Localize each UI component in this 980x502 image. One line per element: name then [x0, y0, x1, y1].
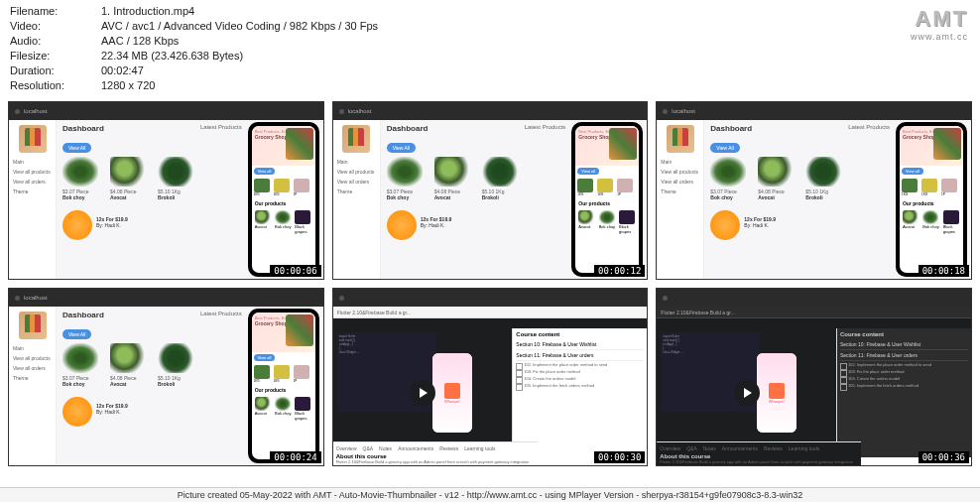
- sidebar-item-orders[interactable]: View all orders: [12, 363, 53, 373]
- section-header[interactable]: Section 10: Firebase & User Wishlist: [840, 339, 968, 350]
- sidebar-item-theme[interactable]: Theme: [12, 373, 53, 383]
- sidebar-item-main[interactable]: Main: [336, 157, 377, 167]
- avocado-icon: [903, 210, 919, 224]
- product-card[interactable]: $5.10 1KgBrokoli: [158, 157, 197, 200]
- video-player[interactable]: import fluttervoid main() { runApp(...)}…: [657, 328, 836, 457]
- udemy-header: [333, 318, 648, 328]
- lesson-item[interactable]: 104. Create the orders model: [840, 375, 968, 382]
- sidebar-item-theme[interactable]: Theme: [336, 187, 377, 196]
- view-all-button[interactable]: View All: [62, 143, 91, 153]
- product-card[interactable]: $5.10 1KgBrokoli: [482, 157, 522, 200]
- sidebar-item-orders[interactable]: View all orders: [336, 177, 377, 187]
- product-card[interactable]: $4.08 PieceAvocat: [434, 157, 474, 200]
- sidebar-item-main[interactable]: Main: [12, 343, 53, 353]
- section-header[interactable]: Section 10: Firebase & User Wishlist: [516, 339, 644, 350]
- sidebar-title: Course content: [516, 331, 644, 337]
- broccoli-icon: [158, 343, 193, 373]
- product-card[interactable]: $3.07 PieceBok choy: [710, 157, 750, 200]
- phone-viewall-button[interactable]: View all: [254, 168, 276, 175]
- browser-chrome: [333, 289, 648, 307]
- grapes-icon: [943, 210, 959, 224]
- phone-viewall-button[interactable]: View all: [254, 354, 276, 361]
- latest-products-label: Latest Products: [848, 124, 890, 130]
- section-header[interactable]: Section 11: Firebase & User orders: [516, 350, 644, 361]
- sidebar-title: Course content: [840, 331, 968, 337]
- veg-icon: [254, 365, 270, 379]
- grapes-icon: [295, 397, 310, 411]
- resolution-label: Resolution:: [10, 78, 101, 93]
- sidebar-item-theme[interactable]: Theme: [12, 187, 53, 196]
- tab-overview[interactable]: Overview: [336, 445, 357, 451]
- view-all-button[interactable]: View All: [387, 143, 416, 153]
- product-card[interactable]: $4.08 PieceAvocat: [758, 157, 797, 200]
- phone-hero: Best Products, Easy HandsGrocery Shoppin…: [900, 126, 963, 166]
- lesson-item[interactable]: 105. Implement the fetch orders method: [840, 382, 968, 389]
- sidebar-item-products[interactable]: View all products: [12, 167, 53, 177]
- sidebar: Main View all products View all orders T…: [657, 120, 704, 280]
- bokchoy-icon: [275, 397, 291, 411]
- phone-viewall-button[interactable]: View all: [902, 168, 923, 175]
- broccoli-icon: [805, 157, 841, 187]
- phone-section-title: Our products: [252, 198, 315, 208]
- sidebar-item-products[interactable]: View all products: [336, 167, 377, 177]
- timestamp: 00:00:18: [919, 265, 969, 277]
- grocery-bag-icon: [286, 314, 313, 346]
- sidebar-item-orders[interactable]: View all orders: [660, 177, 700, 187]
- about-desc: Flutter 2.10&Firebase Build a grocery ap…: [336, 459, 535, 464]
- course-footer: OverviewQ&ANotesAnnouncementsReviewsLear…: [333, 441, 538, 466]
- product-card[interactable]: $3.07 PieceBok choy: [62, 157, 102, 200]
- phone-mockup: Best Products, Easy HandsGrocery Shoppin…: [571, 122, 643, 277]
- lesson-item[interactable]: 105. Implement the fetch orders method: [516, 382, 644, 389]
- thumbnail-3: localhost Main View all products View al…: [656, 101, 972, 280]
- sidebar-item-products[interactable]: View all products: [660, 167, 700, 177]
- phone-section-title: Our products: [252, 385, 315, 395]
- browser-tabs: Flutter 2.10&Firebase Build a gr...: [657, 307, 971, 318]
- play-button[interactable]: [410, 380, 435, 406]
- product-card[interactable]: $3.07 PieceBok choy: [387, 157, 427, 200]
- video-player[interactable]: import fluttervoid main() { runApp(...)}…: [333, 328, 513, 457]
- thumbnail-6: Flutter 2.10&Firebase Build a gr... impo…: [656, 288, 972, 466]
- resolution-value: 1280 x 720: [101, 78, 155, 93]
- filename-value: 1. Introduction.mp4: [101, 4, 194, 19]
- phone-section-title: Our products: [900, 198, 963, 208]
- phone-hero: Best Products, Easy HandsGrocery Shoppin…: [575, 126, 639, 166]
- phone-preview: Whoops!: [432, 353, 472, 433]
- sidebar-item-orders[interactable]: View all orders: [12, 177, 53, 187]
- watermark-logo: AMT: [911, 6, 968, 32]
- view-all-button[interactable]: View All: [62, 329, 91, 339]
- phone-viewall-button[interactable]: View all: [577, 168, 599, 175]
- grocery-logo-icon: [667, 125, 694, 153]
- product-card[interactable]: $3.07 PieceBok choy: [62, 343, 102, 387]
- phone-mockup: Best Products, Easy HandsGrocery Shoppin…: [248, 122, 319, 277]
- browser-chrome: [657, 289, 971, 307]
- browser-chrome: localhost: [9, 289, 323, 307]
- sidebar-item-theme[interactable]: Theme: [660, 187, 700, 196]
- play-icon: [420, 388, 428, 398]
- phone-section-title: Our products: [575, 198, 639, 208]
- lesson-item[interactable]: 102. Implement the place order method to…: [840, 361, 968, 368]
- lesson-item[interactable]: 102. Implement the place order method to…: [516, 361, 644, 368]
- avocado-icon: [578, 210, 594, 224]
- watermark-url: www.amt.cc: [911, 32, 968, 42]
- sidebar-item-main[interactable]: Main: [660, 157, 700, 167]
- filename-label: Filename:: [10, 4, 101, 19]
- tab-overview[interactable]: Overview: [660, 445, 680, 451]
- product-card[interactable]: $5.10 1KgBrokoli: [158, 343, 197, 387]
- grocery-logo-icon: [19, 312, 47, 339]
- product-card[interactable]: $4.08 PieceAvocat: [110, 343, 150, 387]
- grocery-bag-icon: [609, 128, 637, 160]
- product-card[interactable]: $5.10 1KgBrokoli: [805, 157, 845, 200]
- sidebar-item-main[interactable]: Main: [12, 157, 53, 167]
- veg-icon: [254, 179, 270, 192]
- play-button[interactable]: [734, 380, 760, 406]
- lesson-item[interactable]: 103. Fix the place order method: [516, 368, 644, 375]
- section-header[interactable]: Section 11: Firebase & User orders: [840, 350, 968, 361]
- view-all-button[interactable]: View All: [710, 143, 739, 153]
- sidebar-item-products[interactable]: View all products: [12, 353, 53, 363]
- browser-tabs: Flutter 2.10&Firebase Build a gr...: [333, 307, 648, 318]
- product-card[interactable]: $4.08 PieceAvocat: [110, 157, 150, 200]
- avocado-icon: [255, 210, 271, 224]
- lesson-item[interactable]: 104. Create the orders model: [516, 375, 644, 382]
- veg-icon: [597, 179, 613, 192]
- lesson-item[interactable]: 103. Fix the place order method: [840, 368, 968, 375]
